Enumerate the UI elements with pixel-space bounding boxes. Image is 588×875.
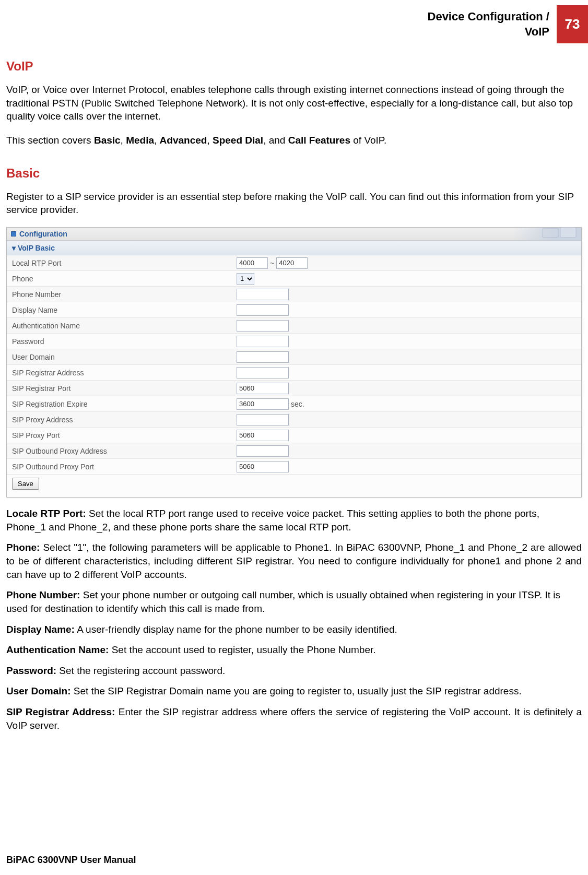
coverage-item-1: Media: [126, 135, 154, 146]
text-input[interactable]: [237, 430, 289, 441]
form-row: SIP Outbound Proxy Port: [7, 459, 581, 475]
form-row: Authentication Name: [7, 318, 581, 334]
form-label: SIP Registrar Address: [12, 369, 237, 377]
config-title: Configuration: [19, 230, 67, 238]
definition-term: Locale RTP Port:: [6, 508, 86, 519]
decorative-graphic: [513, 228, 581, 240]
form-row: SIP Proxy Address: [7, 412, 581, 428]
definition-term: Display Name:: [6, 624, 75, 635]
form-label: SIP Registrar Port: [12, 384, 237, 393]
form-value: [237, 367, 289, 379]
definition-term: SIP Registrar Address:: [6, 706, 115, 717]
text-input[interactable]: [237, 414, 289, 425]
form-label: SIP Outbound Proxy Port: [12, 463, 237, 471]
form-label: SIP Proxy Address: [12, 416, 237, 424]
form-value: sec.: [237, 398, 304, 410]
header-title-line2: VoIP: [525, 25, 549, 38]
text-input[interactable]: [237, 461, 289, 472]
form-value: [237, 414, 289, 425]
definition-term: Phone:: [6, 542, 40, 553]
text-input[interactable]: [237, 320, 289, 332]
definition-text: Set the account used to register, usuall…: [109, 644, 375, 655]
text-input[interactable]: [237, 336, 289, 347]
form-value: [237, 304, 289, 316]
definition-text: Set the local RTP port range used to rec…: [6, 508, 539, 533]
definition-paragraph: Phone: Select "1", the following paramet…: [6, 541, 582, 581]
form-label: Display Name: [12, 306, 237, 314]
voip-basic-section-bar: ▾ VoIP Basic: [7, 241, 581, 255]
form-row: SIP Registration Expiresec.: [7, 396, 581, 412]
voip-basic-section-title: VoIP Basic: [18, 244, 55, 252]
form-label: Phone Number: [12, 290, 237, 299]
form-row: SIP Registrar Address: [7, 365, 581, 381]
coverage-item-4: Call Features: [288, 135, 350, 146]
definition-text: Select "1", the following parameters wil…: [6, 542, 582, 580]
coverage-item-0: Basic: [94, 135, 121, 146]
form-value: [237, 383, 289, 394]
form-value: [237, 445, 289, 457]
form-value: [237, 430, 289, 441]
rtp-port-to-input[interactable]: [276, 257, 308, 269]
text-input[interactable]: [237, 351, 289, 363]
form-value: 1: [237, 273, 254, 285]
form-row: SIP Proxy Port: [7, 428, 581, 443]
coverage-item-2: Advanced: [160, 135, 207, 146]
svg-rect-1: [560, 227, 576, 238]
form-label: SIP Proxy Port: [12, 431, 237, 440]
range-separator: ~: [270, 259, 274, 267]
form-label: Password: [12, 337, 237, 346]
config-title-bar: Configuration: [7, 228, 581, 241]
coverage-pre: This section covers: [6, 135, 94, 146]
form-row: User Domain: [7, 349, 581, 365]
definition-paragraph: Locale RTP Port: Set the local RTP port …: [6, 507, 582, 534]
basic-intro-paragraph: Register to a SIP service provider is an…: [6, 190, 582, 217]
save-row: Save: [7, 475, 581, 497]
definition-paragraph: Authentication Name: Set the account use…: [6, 643, 582, 657]
monitor-icon: [542, 227, 578, 241]
text-input[interactable]: [237, 383, 289, 394]
header-title: Device Configuration / VoIP: [428, 5, 557, 43]
text-input[interactable]: [237, 398, 289, 410]
form-label: User Domain: [12, 353, 237, 361]
text-input[interactable]: [237, 367, 289, 379]
page-number-badge: 73: [557, 5, 588, 43]
coverage-item-3: Speed Dial: [213, 135, 263, 146]
form-label: Authentication Name: [12, 322, 237, 330]
definition-paragraph: SIP Registrar Address: Enter the SIP reg…: [6, 705, 582, 732]
form-row: Phone Number: [7, 287, 581, 302]
form-row: Phone1: [7, 271, 581, 287]
voip-intro-paragraph: VoIP, or Voice over Internet Protocol, e…: [6, 83, 582, 123]
phone-select[interactable]: 1: [237, 273, 254, 285]
definitions-container: Locale RTP Port: Set the local RTP port …: [6, 507, 582, 732]
page-header: Device Configuration / VoIP 73: [0, 5, 588, 43]
form-value: [237, 351, 289, 363]
form-value: [237, 320, 289, 332]
form-value: [237, 289, 289, 300]
definition-text: Set the SIP Registrar Domain name you ar…: [71, 685, 522, 696]
svg-rect-0: [543, 228, 558, 238]
form-label: Local RTP Port: [12, 259, 237, 267]
definition-term: Authentication Name:: [6, 644, 109, 655]
config-screenshot: Configuration ▾ VoIP Basic Local RTP Por…: [6, 227, 582, 498]
voip-coverage-paragraph: This section covers Basic, Media, Advanc…: [6, 134, 582, 147]
definition-paragraph: Display Name: A user-friendly display na…: [6, 623, 582, 636]
form-value: ~: [237, 257, 308, 269]
form-label: SIP Outbound Proxy Address: [12, 447, 237, 455]
text-input[interactable]: [237, 304, 289, 316]
form-row: SIP Registrar Port: [7, 381, 581, 396]
form-label: SIP Registration Expire: [12, 400, 237, 408]
coverage-post: of VoIP.: [350, 135, 386, 146]
definition-paragraph: Password: Set the registering account pa…: [6, 664, 582, 678]
form-value: [237, 336, 289, 347]
section-heading-voip: VoIP: [6, 59, 582, 74]
unit-suffix: sec.: [291, 400, 304, 408]
form-row: SIP Outbound Proxy Address: [7, 443, 581, 459]
text-input[interactable]: [237, 289, 289, 300]
rtp-port-from-input[interactable]: [237, 257, 268, 269]
definition-term: Password:: [6, 665, 56, 676]
text-input[interactable]: [237, 445, 289, 457]
section-heading-basic: Basic: [6, 166, 582, 181]
form-row: Display Name: [7, 302, 581, 318]
form-row: Password: [7, 334, 581, 349]
save-button[interactable]: Save: [12, 478, 39, 490]
